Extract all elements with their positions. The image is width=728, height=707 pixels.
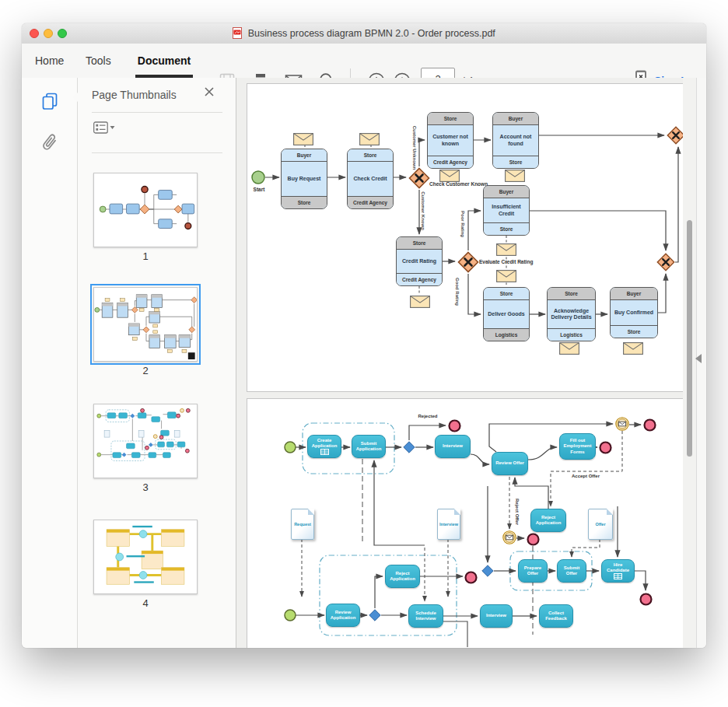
node-label: Reject Application (387, 571, 418, 582)
task-customer-not-known: Store Customer not known Credit Agency (427, 112, 474, 169)
node-create-application: Create Application (307, 435, 341, 458)
gateway-evaluate-credit-rating (457, 251, 479, 273)
flow-label-good-rating: Good Rating (455, 275, 460, 309)
task-check-credit: Store Check Credit Credit Agency (347, 149, 394, 209)
task-footer: Store (611, 325, 657, 338)
end-event (639, 593, 653, 606)
flow-label-reject-offer: Reject Offer (515, 496, 520, 527)
document-interview: Interview (437, 509, 460, 540)
thumbnail-number[interactable]: 3 (93, 481, 198, 493)
start-event (284, 609, 296, 621)
task-footer: Credit Agency (428, 156, 473, 168)
message-event (502, 530, 516, 544)
task-header: Store (428, 113, 473, 125)
flow-label-accept-offer: Accept Offer (566, 474, 605, 479)
message-icon (496, 243, 516, 256)
panel-divider-line (92, 152, 222, 153)
task-header: Store (548, 288, 595, 300)
start-event (284, 441, 296, 453)
task-body: Buy Request (282, 162, 327, 196)
thumbnail-page-3[interactable] (93, 404, 198, 478)
page-thumbnails-icon[interactable] (40, 92, 59, 110)
end-event (599, 441, 612, 454)
node-label: Reject Application (532, 515, 565, 526)
tab-tools[interactable]: Tools (86, 44, 111, 78)
message-icon (439, 170, 460, 182)
document-offer: Offer (588, 509, 613, 540)
thumbnail-options-icon[interactable] (93, 121, 115, 135)
message-icon (496, 270, 516, 282)
task-header: Store (484, 288, 529, 300)
task-account-not-found: Buyer Account not found Store (492, 112, 539, 169)
thumbnail-number[interactable]: 1 (93, 250, 198, 262)
scrollbar-thumb[interactable] (687, 220, 692, 457)
node-interview: Interview (435, 435, 471, 458)
task-acknowledge-delivery: Store Acknowledge Delivery Details Logis… (547, 287, 596, 341)
message-event (615, 417, 629, 431)
task-body: Insufficient Credit (484, 198, 529, 222)
thumbnail-page-4[interactable] (93, 520, 198, 594)
thumbnail-number[interactable]: 2 (93, 365, 198, 376)
node-label: Interview (443, 443, 463, 449)
end-event (643, 418, 656, 432)
thumbnail-page-1[interactable] (93, 173, 198, 247)
thumbnail-number[interactable]: 4 (93, 597, 198, 609)
task-body: Deliver Goods (484, 300, 529, 328)
thumbnail-preview-4 (94, 520, 197, 593)
node-label: Collect Feedback (541, 611, 572, 621)
node-label: Hire Candidate (603, 562, 633, 573)
task-buy-request: Buyer Buy Request Store (281, 149, 327, 209)
navigation-rail (22, 78, 78, 648)
node-submit-application: Submit Application (352, 435, 386, 458)
task-deliver-goods: Store Deliver Goods Logistics (483, 287, 530, 341)
document-label: Offer (595, 522, 605, 527)
gateway-merge-top (667, 126, 684, 145)
node-label: Prepare Offer (520, 565, 546, 576)
task-footer: Credit Agency (397, 273, 442, 285)
node-prepare-offer: Prepare Offer (518, 559, 548, 583)
collapse-tools-arrow[interactable] (695, 354, 702, 363)
title-bar: Business process diagram BPMN 2.0 - Orde… (22, 23, 706, 44)
tab-document[interactable]: Document (135, 44, 193, 78)
task-body: Acknowledge Delivery Details (548, 300, 595, 328)
gateway-diamond (481, 565, 494, 577)
multi-instance-icon (614, 573, 622, 579)
thumbnail-preview-3 (94, 404, 197, 478)
task-insufficient-credit: Buyer Insufficient Credit Store (483, 185, 530, 236)
node-schedule-interview: Schedule Interview (408, 604, 443, 628)
task-header: Buyer (611, 288, 657, 300)
task-header: Buyer (493, 113, 538, 125)
task-body: Check Credit (348, 162, 393, 196)
document-request: Request (291, 509, 314, 540)
node-label: Review Application (327, 610, 359, 621)
node-collect-feedback: Collect Feedback (539, 604, 573, 628)
message-icon (410, 296, 430, 308)
task-footer: Store (493, 156, 538, 168)
task-footer: Logistics (548, 328, 595, 341)
task-body: Credit Rating (397, 250, 442, 273)
node-label: Review Offer (495, 460, 524, 466)
gateway-label: Evaluate Credit Rating (479, 259, 545, 264)
toolbar: Home Tools Document (22, 44, 706, 79)
window-title: Business process diagram BPMN 2.0 - Orde… (22, 23, 706, 44)
attachments-icon[interactable] (40, 132, 59, 154)
message-icon (293, 133, 313, 145)
thumbnail-preview-2 (94, 288, 197, 361)
document-label: Interview (439, 522, 458, 527)
task-credit-rating: Store Credit Rating Credit Agency (396, 236, 443, 286)
node-review-offer: Review Offer (492, 452, 528, 475)
node-label: Create Application (309, 438, 340, 449)
close-panel-icon[interactable] (203, 86, 215, 98)
tab-home[interactable]: Home (35, 44, 64, 78)
end-event (464, 571, 478, 584)
node-reject-application-2: Reject Application (385, 565, 420, 588)
message-icon (359, 133, 380, 145)
thumbnail-page-2[interactable] (93, 287, 198, 362)
panel-divider-line (92, 112, 222, 113)
task-footer: Store (282, 196, 327, 208)
gateway-merge-mid (656, 253, 675, 271)
node-hire-candidate: Hire Candidate (601, 559, 635, 583)
start-event (251, 170, 265, 184)
task-header: Buyer (282, 149, 327, 162)
node-review-application: Review Application (326, 604, 360, 627)
